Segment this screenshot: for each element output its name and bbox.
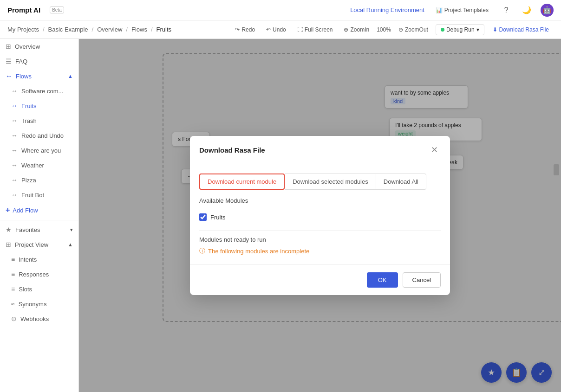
available-modules-label: Available Modules <box>199 197 441 204</box>
sidebar-item-fruit-bot[interactable]: ↔ Fruit Bot <box>0 187 78 202</box>
modules-list: Fruits <box>199 210 441 225</box>
not-ready-section: Modules not ready to run ⓘ The following… <box>199 236 441 255</box>
sidebar-item-pizza[interactable]: ↔ Pizza <box>0 173 78 187</box>
flows-icon: ↔ <box>6 72 12 80</box>
flow-icon-software: ↔ <box>11 87 18 95</box>
tab-download-selected[interactable]: Download selected modules <box>285 174 376 190</box>
modules-divider <box>199 230 441 231</box>
modal-title: Download Rasa File <box>199 146 265 154</box>
sidebar-section-flows[interactable]: ↔ Flows ▲ <box>0 69 78 84</box>
sidebar-item-intents[interactable]: ≡ Intents <box>0 252 78 267</box>
sidebar-item-overview[interactable]: ⊞ Overview <box>0 39 78 54</box>
help-btn[interactable]: ? <box>500 4 513 17</box>
app-title: Prompt AI <box>7 6 40 14</box>
faq-icon: ☰ <box>6 58 12 65</box>
breadcrumb-fruits: Fruits <box>157 26 172 33</box>
not-ready-label: Modules not ready to run <box>199 236 441 243</box>
undo-icon: ↶ <box>266 26 271 33</box>
debug-status-dot <box>441 28 444 32</box>
breadcrumb-overview[interactable]: Overview <box>97 26 122 33</box>
moon-icon: 🌙 <box>522 6 531 14</box>
module-item-fruits: Fruits <box>199 210 441 225</box>
flow-icon-where: ↔ <box>11 147 18 154</box>
synonyms-icon: ≈ <box>11 300 15 308</box>
module-name-fruits: Fruits <box>210 214 226 221</box>
cancel-btn[interactable]: Cancel <box>403 272 441 288</box>
zoomout-icon: ⊖ <box>398 26 403 33</box>
ok-btn[interactable]: OK <box>367 272 398 288</box>
modal-overlay: Download Rasa File ✕ Download current mo… <box>79 39 561 392</box>
fullscreen-btn[interactable]: ⛶ Full Screen <box>294 25 337 35</box>
sidebar-item-software-com[interactable]: ↔ Software com... <box>0 84 78 98</box>
intents-icon: ≡ <box>11 256 15 263</box>
flows-chevron-icon: ▲ <box>68 73 73 79</box>
canvas-area: want to by some apples kind I'll take 2 … <box>79 39 561 392</box>
tab-download-current[interactable]: Download current module <box>199 174 285 190</box>
flow-icon-fruits: ↔ <box>11 102 18 109</box>
download-rasa-btn[interactable]: ⬇ Download Rasa File <box>488 25 554 35</box>
overview-icon: ⊞ <box>6 43 11 50</box>
sidebar-item-synonyms[interactable]: ≈ Synonyms <box>0 296 78 311</box>
chevron-down-icon: ▾ <box>476 26 479 33</box>
plus-icon: + <box>6 206 10 214</box>
sidebar-section-project-view[interactable]: ⊞ Project View ▲ <box>0 237 78 252</box>
warning-circle-icon: ⓘ <box>199 247 205 255</box>
flow-icon-trash: ↔ <box>11 117 18 124</box>
avatar[interactable]: 🤖 <box>541 4 554 17</box>
sidebar-item-weather[interactable]: ↔ Weather <box>0 158 78 173</box>
tab-download-all[interactable]: Download All <box>376 174 426 190</box>
bar-chart-icon: 📊 <box>436 7 443 13</box>
sidebar-item-trash[interactable]: ↔ Trash <box>0 113 78 128</box>
flow-icon-pizza: ↔ <box>11 176 18 184</box>
modal-tab-row: Download current module Download selecte… <box>199 174 441 190</box>
webhooks-icon: ⊙ <box>11 315 17 322</box>
responses-icon: ≡ <box>11 270 15 278</box>
beta-badge: Beta <box>50 6 64 13</box>
modal-header: Download Rasa File ✕ <box>190 136 450 164</box>
breadcrumb-flows[interactable]: Flows <box>131 26 147 33</box>
breadcrumb-my-projects[interactable]: My Projects <box>7 26 39 33</box>
theme-btn[interactable]: 🌙 <box>520 4 533 17</box>
sidebar-item-redo-undo[interactable]: ↔ Redo and Undo <box>0 128 78 143</box>
favorites-chevron-icon: ▾ <box>70 227 73 233</box>
avatar-icon: 🤖 <box>542 6 552 14</box>
incomplete-message: ⓘ The following modules are incomplete <box>199 247 441 255</box>
breadcrumb-toolbar: My Projects / Basic Example / Overview /… <box>0 20 561 39</box>
favorites-icon: ★ <box>6 226 12 233</box>
sidebar-item-slots[interactable]: ≡ Slots <box>0 282 78 296</box>
slots-icon: ≡ <box>11 285 15 293</box>
breadcrumb-basic-example[interactable]: Basic Example <box>48 26 88 33</box>
fullscreen-icon: ⛶ <box>297 26 303 33</box>
top-nav: Prompt AI Beta Local Running Environment… <box>0 0 561 20</box>
env-link[interactable]: Local Running Environment <box>350 6 424 13</box>
sidebar-item-fruits[interactable]: ↔ Fruits <box>0 98 78 113</box>
flow-icon-redo: ↔ <box>11 132 18 139</box>
modal-close-btn[interactable]: ✕ <box>428 143 441 156</box>
sidebar-item-faq[interactable]: ☰ FAQ <box>0 54 78 69</box>
redo-icon: ↷ <box>235 26 240 33</box>
module-checkbox-fruits[interactable] <box>199 213 207 221</box>
flow-icon-fruit-bot: ↔ <box>11 191 18 199</box>
sidebar-divider-1 <box>0 220 78 220</box>
modal-body: Download current module Download selecte… <box>190 164 450 264</box>
add-flow-btn[interactable]: + Add Flow <box>0 202 78 218</box>
incomplete-text: The following modules are incomplete <box>208 248 309 255</box>
redo-btn[interactable]: ↷ Redo <box>231 25 259 35</box>
sidebar-item-responses[interactable]: ≡ Responses <box>0 267 78 282</box>
zoomin-btn[interactable]: ⊕ ZoomIn <box>340 25 373 35</box>
debug-run-btn[interactable]: Debug Run ▾ <box>436 24 484 35</box>
modal-footer: OK Cancel <box>190 264 450 295</box>
templates-btn[interactable]: 📊 Project Templates <box>432 5 492 15</box>
zoom-value: 100% <box>377 26 391 33</box>
project-view-icon: ⊞ <box>6 241 11 248</box>
project-view-chevron-icon: ▲ <box>68 242 73 247</box>
sidebar-item-webhooks[interactable]: ⊙ Webhooks <box>0 311 78 326</box>
zoomout-btn[interactable]: ⊖ ZoomOut <box>395 25 432 35</box>
undo-btn[interactable]: ↶ Undo <box>262 25 290 35</box>
sidebar-section-favorites[interactable]: ★ Favorites ▾ <box>0 222 78 237</box>
sidebar-item-where-are-you[interactable]: ↔ Where are you <box>0 143 78 158</box>
main-layout: ⊞ Overview ☰ FAQ ↔ Flows ▲ ↔ Software co… <box>0 39 561 392</box>
sidebar: ⊞ Overview ☰ FAQ ↔ Flows ▲ ↔ Software co… <box>0 39 79 392</box>
flow-icon-weather: ↔ <box>11 161 18 169</box>
zoomin-icon: ⊕ <box>344 26 348 33</box>
